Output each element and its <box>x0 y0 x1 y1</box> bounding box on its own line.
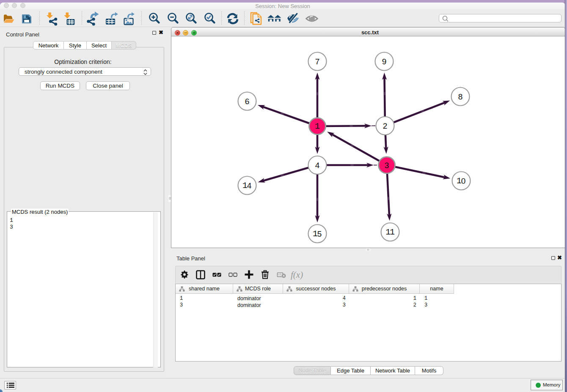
svg-text:9: 9 <box>382 57 387 66</box>
svg-text:4: 4 <box>315 161 320 170</box>
svg-text:8: 8 <box>458 92 463 101</box>
svg-text:1: 1 <box>390 228 395 237</box>
svg-text:1: 1 <box>315 122 320 131</box>
svg-text:5: 5 <box>317 229 322 238</box>
svg-text:7: 7 <box>315 57 320 66</box>
svg-text:6: 6 <box>245 97 250 106</box>
svg-text:2: 2 <box>383 121 388 130</box>
svg-text:0: 0 <box>461 177 466 185</box>
svg-text:4: 4 <box>247 181 252 190</box>
svg-text:3: 3 <box>385 161 389 170</box>
